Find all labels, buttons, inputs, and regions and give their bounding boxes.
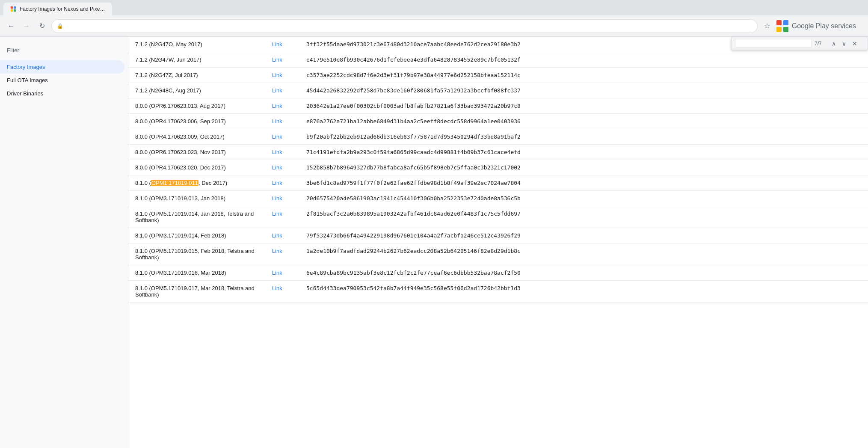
svg-rect-7	[783, 27, 788, 32]
sidebar-item-driver-binaries[interactable]: Driver Binaries	[0, 87, 124, 100]
version-cell: 8.1.0 (OPM5.171019.014, Jan 2018, Telstr…	[128, 206, 265, 228]
download-link[interactable]: Link	[272, 103, 282, 109]
svg-rect-0	[11, 6, 13, 9]
link-cell: Link	[265, 206, 299, 228]
table-row: 7.1.2 (N2G48C, Aug 2017)Link45d442a26832…	[128, 83, 868, 98]
table-row: 8.0.0 (OPR4.170623.009, Oct 2017)Linkb9f…	[128, 129, 868, 145]
version-cell: 8.0.0 (OPR6.170623.023, Nov 2017)	[128, 145, 265, 160]
find-close-button[interactable]: ✕	[850, 39, 859, 48]
hash-cell: 1a2de10b9f7aadfdad29244b2627b62eadcc208a…	[299, 243, 868, 265]
table-row: 8.1.0 (OPM3.171019.013, Jan 2018)Link20d…	[128, 191, 868, 206]
download-link[interactable]: Link	[272, 56, 282, 63]
find-input[interactable]: OPM1.171019.011	[735, 39, 812, 48]
tab-favicon	[10, 6, 16, 12]
link-cell: Link	[265, 37, 299, 52]
hash-cell: 3be6fd1c8ad9759f1f77f0f2e62fae62ffdbe98d…	[299, 175, 868, 191]
download-link[interactable]: Link	[272, 118, 282, 125]
hash-cell: 20d6575420a4e5861903ac1941c454410f306b0b…	[299, 191, 868, 206]
hash-cell: 6e4c89cba89bc9135abf3e8c12fcbf2c2fe77cea…	[299, 265, 868, 281]
link-cell: Link	[265, 52, 299, 68]
url-input[interactable]: https://developers.google.com/android/im…	[67, 23, 752, 29]
svg-rect-6	[776, 27, 782, 32]
gps-logo-icon	[776, 20, 788, 32]
svg-rect-3	[14, 9, 16, 12]
version-cell: 7.1.2 (N2G47Z, Jul 2017)	[128, 68, 265, 83]
find-next-button[interactable]: ∨	[840, 39, 848, 48]
version-cell: 7.1.2 (N2G47O, May 2017)	[128, 37, 265, 52]
table-row: 8.0.0 (OPR6.170623.013, Aug 2017)Link203…	[128, 98, 868, 114]
link-cell: Link	[265, 191, 299, 206]
download-link[interactable]: Link	[272, 232, 282, 239]
version-cell: 8.1.0 (OPM3.171019.016, Mar 2018)	[128, 265, 265, 281]
highlight-text: OPM1.171019.011	[151, 180, 198, 186]
sidebar: Filter Factory Images Full OTA Images Dr…	[0, 37, 128, 448]
forward-button[interactable]: →	[21, 20, 33, 32]
svg-rect-1	[14, 6, 16, 9]
tab-title: Factory Images for Nexus and Pixel Devic…	[20, 6, 105, 12]
gps-logo-text: Google Play services	[792, 22, 856, 30]
table-row: 8.1.0 (OPM5.171019.014, Jan 2018, Telstr…	[128, 206, 868, 228]
sidebar-item-factory-images[interactable]: Factory Images	[0, 60, 124, 74]
hash-cell: c3573ae2252cdc98d7f6e2d3ef31f79b97e38a44…	[299, 68, 868, 83]
hash-cell: 79f532473db66f4a494229198d967601e104a4a2…	[299, 228, 868, 243]
download-link[interactable]: Link	[272, 134, 282, 140]
sidebar-filter: Filter	[0, 44, 128, 57]
download-link[interactable]: Link	[272, 41, 282, 47]
link-cell: Link	[265, 68, 299, 83]
factory-images-table: 7.1.2 (N2G47O, May 2017)Link3ff32f55daae…	[128, 37, 868, 303]
browser-chrome: Factory Images for Nexus and Pixel Devic…	[0, 0, 868, 37]
version-cell: 8.0.0 (OPR4.170623.009, Oct 2017)	[128, 129, 265, 145]
download-link[interactable]: Link	[272, 149, 282, 155]
version-cell: 7.1.2 (N2G48C, Aug 2017)	[128, 83, 265, 98]
version-cell: 8.0.0 (OPR4.170623.006, Sep 2017)	[128, 114, 265, 129]
download-link[interactable]: Link	[272, 72, 282, 78]
find-prev-button[interactable]: ∧	[830, 39, 838, 48]
version-cell: 8.1.0 (OPM3.171019.013, Jan 2018)	[128, 191, 265, 206]
link-cell: Link	[265, 83, 299, 98]
download-link[interactable]: Link	[272, 270, 282, 276]
table-row: 8.1.0 (OPM5.171019.015, Feb 2018, Telstr…	[128, 243, 868, 265]
link-cell: Link	[265, 243, 299, 265]
download-link[interactable]: Link	[272, 211, 282, 217]
hash-cell: 152b858b7b89649327db77b8fabca8afc65b5f89…	[299, 160, 868, 175]
link-cell: Link	[265, 175, 299, 191]
bookmark-button[interactable]: ☆	[761, 20, 773, 32]
download-link[interactable]: Link	[272, 180, 282, 186]
hash-cell: 5c65d4433dea790953c542fa8b7a44f949e35c56…	[299, 281, 868, 303]
table-row: 8.1.0 (OPM5.171019.017, Mar 2018, Telstr…	[128, 281, 868, 303]
table-row: 8.1.0 (OPM3.171019.016, Mar 2018)Link6e4…	[128, 265, 868, 281]
lock-icon: 🔒	[57, 23, 63, 29]
active-tab[interactable]: Factory Images for Nexus and Pixel Devic…	[3, 3, 112, 15]
version-cell: 8.1.0 (OPM3.171019.014, Feb 2018)	[128, 228, 265, 243]
link-cell: Link	[265, 145, 299, 160]
address-bar[interactable]: 🔒 https://developers.google.com/android/…	[51, 19, 758, 33]
hash-cell: e4179e510e8fb930c42676d1fcfebeea4e3dfa64…	[299, 52, 868, 68]
table-row: 7.1.2 (N2G47Z, Jul 2017)Linkc3573ae2252c…	[128, 68, 868, 83]
download-link[interactable]: Link	[272, 164, 282, 171]
back-button[interactable]: ←	[5, 20, 17, 32]
sidebar-item-full-ota-images[interactable]: Full OTA Images	[0, 74, 124, 87]
hash-cell: 45d442a26832292df258d7be83de160f280681fa…	[299, 83, 868, 98]
hash-cell: b9f20abf22bb2eb912ad66db316eb83f775871d7…	[299, 129, 868, 145]
download-link[interactable]: Link	[272, 87, 282, 94]
link-cell: Link	[265, 114, 299, 129]
reload-button[interactable]: ↻	[36, 20, 48, 32]
gps-logo: Google Play services	[776, 20, 856, 32]
download-link[interactable]: Link	[272, 195, 282, 202]
link-cell: Link	[265, 228, 299, 243]
link-cell: Link	[265, 98, 299, 114]
find-bar: OPM1.171019.011 7/7 ∧ ∨ ✕	[731, 37, 868, 50]
hash-cell: 71c4191efdfa2b9a293c0f59fa6865d99caadc4d…	[299, 145, 868, 160]
svg-rect-2	[11, 9, 13, 12]
download-link[interactable]: Link	[272, 248, 282, 254]
table-row: 7.1.2 (N2G47W, Jun 2017)Linke4179e510e8f…	[128, 52, 868, 68]
hash-cell: e876a2762a721ba12abbe6849d31b4aa2c5eeff8…	[299, 114, 868, 129]
link-cell: Link	[265, 281, 299, 303]
download-link[interactable]: Link	[272, 285, 282, 291]
link-cell: Link	[265, 265, 299, 281]
table-row: 8.0.0 (OPR4.170623.020, Dec 2017)Link152…	[128, 160, 868, 175]
svg-rect-4	[776, 20, 782, 25]
table-row: 8.1.0 (OPM1.171019.011, Dec 2017)Link3be…	[128, 175, 868, 191]
find-count: 7/7	[815, 41, 827, 47]
version-cell: 8.1.0 (OPM5.171019.015, Feb 2018, Telstr…	[128, 243, 265, 265]
